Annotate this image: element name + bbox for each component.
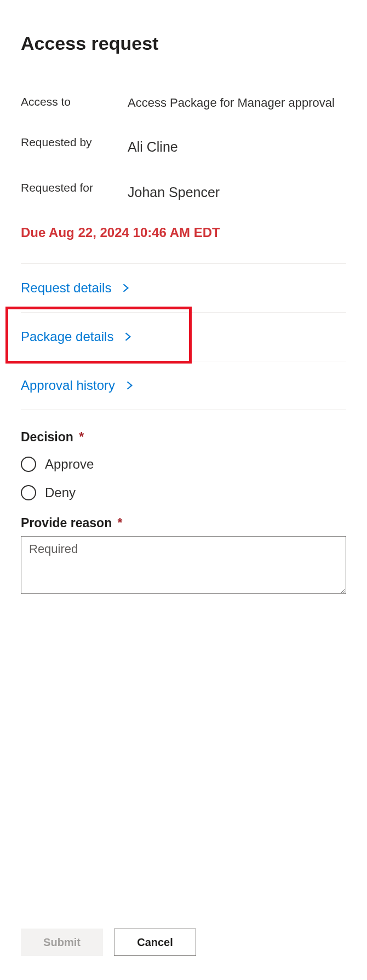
requested-by-value: Ali Cline xyxy=(128,134,346,158)
deny-radio[interactable]: Deny xyxy=(21,485,346,500)
request-details-label: Request details xyxy=(21,280,111,296)
access-to-value: Access Package for Manager approval xyxy=(128,94,346,112)
package-details-expander[interactable]: Package details xyxy=(21,313,346,361)
request-details-expander[interactable]: Request details xyxy=(21,263,346,313)
page-title: Access request xyxy=(21,33,346,54)
request-metadata: Access to Access Package for Manager app… xyxy=(21,94,346,203)
approve-radio[interactable]: Approve xyxy=(21,457,346,472)
submit-button[interactable]: Submit xyxy=(21,929,103,956)
due-date-text: Due Aug 22, 2024 10:46 AM EDT xyxy=(21,225,346,240)
approve-radio-label: Approve xyxy=(45,457,94,472)
required-asterisk-icon: * xyxy=(79,430,84,444)
approval-history-expander[interactable]: Approval history xyxy=(21,361,346,410)
cancel-button[interactable]: Cancel xyxy=(114,929,196,956)
footer-action-bar: Submit Cancel xyxy=(21,929,196,956)
chevron-right-icon xyxy=(123,332,133,342)
meta-row-requested-for: Requested for Johan Spencer xyxy=(21,180,346,203)
chevron-right-icon xyxy=(121,283,131,293)
access-to-label: Access to xyxy=(21,94,128,109)
reason-textarea[interactable] xyxy=(21,536,346,594)
reason-heading: Provide reason * xyxy=(21,516,346,531)
details-accordion-list: Request details Package details Approval… xyxy=(21,263,346,410)
meta-row-requested-by: Requested by Ali Cline xyxy=(21,134,346,158)
decision-heading-text: Decision xyxy=(21,430,73,444)
deny-radio-label: Deny xyxy=(45,485,76,500)
chevron-right-icon xyxy=(125,381,135,390)
decision-section: Decision * Approve Deny Provide reason * xyxy=(21,430,346,596)
requested-by-label: Requested by xyxy=(21,134,128,150)
reason-heading-text: Provide reason xyxy=(21,516,112,530)
requested-for-label: Requested for xyxy=(21,180,128,195)
radio-unchecked-icon xyxy=(21,485,36,500)
package-details-label: Package details xyxy=(21,329,113,344)
meta-row-access-to: Access to Access Package for Manager app… xyxy=(21,94,346,112)
radio-unchecked-icon xyxy=(21,457,36,472)
decision-heading: Decision * xyxy=(21,430,346,445)
requested-for-value: Johan Spencer xyxy=(128,180,346,203)
approval-history-label: Approval history xyxy=(21,378,115,393)
required-asterisk-icon: * xyxy=(118,516,123,530)
decision-radio-group: Approve Deny xyxy=(21,457,346,500)
